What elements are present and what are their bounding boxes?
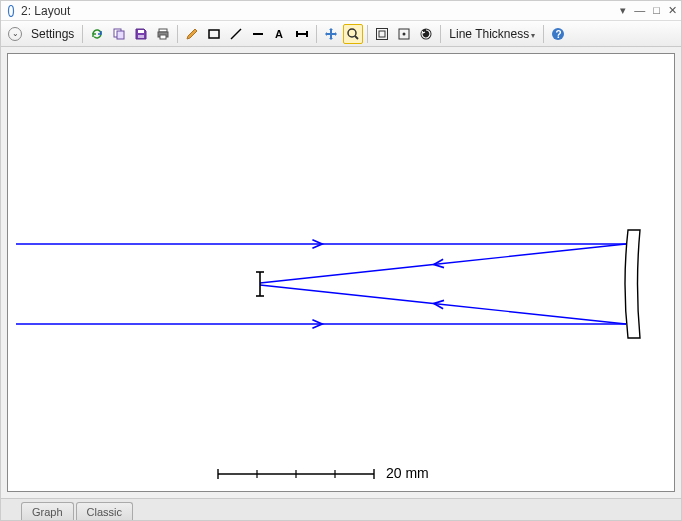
settings-label[interactable]: Settings <box>27 27 78 41</box>
canvas-area: 20 mm <box>1 47 681 498</box>
tab-classic[interactable]: Classic <box>76 502 133 520</box>
rect-icon <box>207 27 221 41</box>
measure-icon <box>295 27 309 41</box>
scale-bar <box>218 469 374 479</box>
pin-button[interactable]: ▾ <box>620 5 626 16</box>
scale-label: 20 mm <box>386 465 429 481</box>
fit-icon <box>375 27 389 41</box>
help-icon: ? <box>551 27 565 41</box>
chevron-down-icon: ▾ <box>531 31 535 40</box>
maximize-button[interactable]: □ <box>653 5 660 16</box>
tab-graph[interactable]: Graph <box>21 502 74 520</box>
titlebar: 2: Layout ▾ — □ ✕ <box>1 1 681 21</box>
fit-button[interactable] <box>372 24 392 44</box>
svg-point-15 <box>348 29 356 37</box>
save-button[interactable] <box>131 24 151 44</box>
draw-pencil-button[interactable] <box>182 24 202 44</box>
copy-icon <box>112 27 126 41</box>
draw-line-button[interactable] <box>226 24 246 44</box>
svg-text:?: ? <box>556 28 562 39</box>
svg-text:A: A <box>275 28 283 40</box>
refresh-icon <box>90 27 104 41</box>
svg-line-9 <box>231 29 241 39</box>
copy-button[interactable] <box>109 24 129 44</box>
separator <box>177 25 178 43</box>
settings-menu-button[interactable]: ⌄ <box>5 24 25 44</box>
svg-rect-7 <box>160 35 166 39</box>
minimize-button[interactable]: — <box>634 5 645 16</box>
reset-button[interactable] <box>416 24 436 44</box>
separator <box>543 25 544 43</box>
svg-rect-4 <box>138 35 144 38</box>
print-button[interactable] <box>153 24 173 44</box>
svg-line-28 <box>438 244 626 264</box>
separator <box>440 25 441 43</box>
svg-rect-3 <box>138 30 144 33</box>
svg-rect-17 <box>377 28 388 39</box>
line-thickness-dropdown[interactable]: Line Thickness▾ <box>445 27 539 41</box>
tabbar: Graph Classic <box>1 498 681 520</box>
svg-rect-8 <box>209 30 219 38</box>
svg-point-20 <box>403 32 406 35</box>
zoom-button[interactable] <box>343 24 363 44</box>
draw-rect-button[interactable] <box>204 24 224 44</box>
dash-icon <box>251 27 265 41</box>
layout-canvas[interactable]: 20 mm <box>7 53 675 492</box>
print-icon <box>156 27 170 41</box>
line-icon <box>229 27 243 41</box>
svg-point-0 <box>9 5 14 16</box>
draw-dash-button[interactable] <box>248 24 268 44</box>
toolbar: ⌄ Settings A <box>1 21 681 47</box>
svg-rect-2 <box>117 31 124 39</box>
line-thickness-label: Line Thickness <box>449 27 529 41</box>
app-icon <box>5 5 17 17</box>
optical-diagram: 20 mm <box>8 54 668 496</box>
move-icon <box>324 27 338 41</box>
svg-rect-18 <box>379 31 385 37</box>
save-icon <box>134 27 148 41</box>
chevron-down-icon: ⌄ <box>8 27 22 41</box>
pencil-icon <box>185 27 199 41</box>
layout-window: 2: Layout ▾ — □ ✕ ⌄ Settings <box>0 0 682 521</box>
center-icon <box>397 27 411 41</box>
refresh-button[interactable] <box>87 24 107 44</box>
svg-line-29 <box>260 264 438 283</box>
svg-line-16 <box>355 36 358 39</box>
svg-line-30 <box>438 304 626 324</box>
svg-line-31 <box>260 285 438 304</box>
move-button[interactable] <box>321 24 341 44</box>
close-button[interactable]: ✕ <box>668 5 677 16</box>
text-button[interactable]: A <box>270 24 290 44</box>
reset-icon <box>419 27 433 41</box>
zoom-icon <box>346 27 360 41</box>
separator <box>367 25 368 43</box>
window-title: 2: Layout <box>21 4 70 18</box>
text-icon: A <box>273 27 287 41</box>
help-button[interactable]: ? <box>548 24 568 44</box>
separator <box>82 25 83 43</box>
measure-button[interactable] <box>292 24 312 44</box>
separator <box>316 25 317 43</box>
center-button[interactable] <box>394 24 414 44</box>
